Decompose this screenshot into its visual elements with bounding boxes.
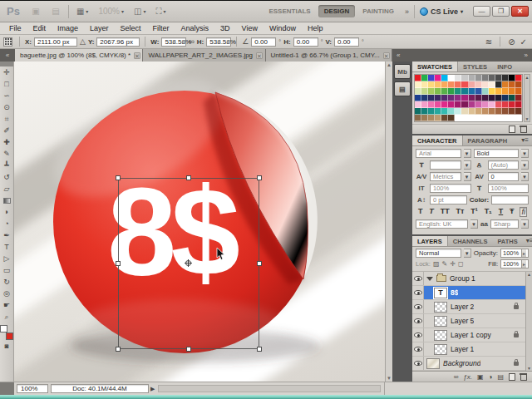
swatch[interactable] <box>482 101 489 108</box>
chevron-down-icon[interactable]: ▼ <box>470 219 478 229</box>
layer-mask-icon[interactable]: ▣ <box>477 373 484 381</box>
layer-row[interactable]: Layer 1 copy <box>412 328 525 342</box>
swatch[interactable] <box>509 95 515 101</box>
swatch[interactable] <box>461 101 468 108</box>
swatch[interactable] <box>441 108 448 115</box>
transform-handle-bottom-middle[interactable] <box>186 347 191 352</box>
chevron-down-icon[interactable]: ▼ <box>521 149 529 158</box>
tracking-field[interactable]: 0 <box>488 172 520 181</box>
swatch[interactable] <box>421 75 428 81</box>
swatch[interactable] <box>509 81 515 88</box>
swatch[interactable] <box>428 81 435 88</box>
relative-position-icon[interactable]: △ <box>80 37 86 46</box>
toolbox-collapse-icon[interactable]: « <box>0 49 15 62</box>
swatch[interactable] <box>469 88 475 95</box>
canvas[interactable]: 8$ <box>14 62 385 382</box>
blend-mode-select[interactable]: Normal <box>416 249 461 258</box>
width-scale-field[interactable]: 538.58% <box>161 37 186 47</box>
panel-tab[interactable]: INFO <box>492 62 517 71</box>
visibility-cell[interactable] <box>412 272 424 285</box>
3d-roll-tool[interactable]: ◎ <box>1 288 13 299</box>
eye-icon[interactable] <box>414 290 422 295</box>
status-options-arrow-icon[interactable]: ▶ <box>150 386 155 392</box>
swatch[interactable] <box>455 101 461 108</box>
type-style-button[interactable]: fi <box>520 207 527 217</box>
swatch[interactable] <box>482 75 489 81</box>
close-tab-icon[interactable]: ✕ <box>256 52 263 59</box>
foreground-color-swatch[interactable] <box>0 325 7 332</box>
eye-icon[interactable] <box>414 304 422 309</box>
brush-tool[interactable]: ✎ <box>1 148 13 160</box>
swatch[interactable] <box>421 88 428 95</box>
visibility-cell[interactable] <box>412 314 424 328</box>
swatch[interactable] <box>415 88 421 95</box>
layer-style-icon[interactable]: ƒx. <box>463 373 472 381</box>
type-style-button[interactable]: T <box>417 207 424 217</box>
swatch[interactable] <box>489 101 495 108</box>
panel-menu-icon[interactable]: ▾≡ <box>523 236 532 246</box>
panel-tab[interactable]: CHARACTER <box>412 135 463 145</box>
swatch[interactable] <box>441 88 448 95</box>
horizontal-scale-field[interactable]: 100% <box>488 184 530 193</box>
workspace-button[interactable]: DESIGN <box>318 5 356 17</box>
link-layers-icon[interactable]: ∞ <box>454 373 459 381</box>
panel-menu-icon[interactable]: ▾≡ <box>518 135 532 145</box>
tool-presets-panel-icon[interactable]: ▤ <box>394 81 411 96</box>
zoom-tool[interactable]: ⌕ <box>1 311 13 323</box>
swatch[interactable] <box>509 88 515 95</box>
hand-tool[interactable]: ☛ <box>1 299 13 311</box>
swatches-scrollbar[interactable]: ▲▼ <box>524 74 530 122</box>
menu-item[interactable]: Window <box>264 23 302 33</box>
swatch[interactable] <box>441 95 448 101</box>
reference-point-locator[interactable] <box>3 37 12 47</box>
swatch[interactable] <box>509 101 515 108</box>
swatch[interactable] <box>441 75 448 81</box>
swatch[interactable] <box>515 88 522 95</box>
chevron-down-icon[interactable]: ▼ <box>521 160 529 170</box>
swatch[interactable] <box>435 75 441 81</box>
swatch[interactable] <box>495 75 502 81</box>
document-tab[interactable]: Untitled-1 @ 66.7% (Group 1, CMY... ✕ <box>266 49 392 62</box>
anti-alias-field[interactable]: Sharp <box>490 219 519 229</box>
swatch[interactable] <box>489 88 495 95</box>
swatch[interactable] <box>428 88 435 95</box>
document-tab[interactable]: baguette.jpg @ 100% (8$, CMYK/8) * ✕ <box>15 49 143 62</box>
layer-row[interactable]: T 8$ <box>412 286 525 300</box>
leading-field[interactable]: (Auto) <box>488 160 520 170</box>
vertical-scale-field[interactable]: 100% <box>430 184 471 193</box>
swatch[interactable] <box>489 108 495 115</box>
history-brush-tool[interactable]: ↺ <box>1 171 13 183</box>
text-color-swatch[interactable] <box>491 195 529 204</box>
swatch[interactable] <box>509 75 515 81</box>
quick-mask-icon[interactable]: ◙ <box>5 342 9 350</box>
skew-v-field[interactable]: 0.00 <box>334 37 359 47</box>
skew-h-field[interactable]: 0.00 <box>293 37 318 47</box>
visibility-cell[interactable] <box>412 357 424 370</box>
swatch[interactable] <box>489 95 495 101</box>
swatch[interactable] <box>515 95 522 101</box>
transform-handle-top-right[interactable] <box>257 175 262 180</box>
quick-selection-tool[interactable]: ⊙ <box>1 101 13 113</box>
layer-row[interactable]: Layer 2 <box>412 300 525 314</box>
adjustment-layer-icon[interactable]: ◑ <box>489 373 493 381</box>
swatch[interactable] <box>509 108 515 115</box>
menu-item[interactable]: Filter <box>147 23 175 33</box>
baseline-shift-field[interactable]: 0 pt <box>430 195 467 204</box>
chevron-down-icon[interactable]: ▼ <box>464 160 471 170</box>
eye-icon[interactable] <box>414 361 422 366</box>
swatch[interactable] <box>441 101 448 108</box>
visibility-cell[interactable] <box>412 300 424 313</box>
transform-handle-bottom-right[interactable] <box>257 347 262 352</box>
layer-row[interactable]: Background <box>412 357 525 371</box>
height-scale-field[interactable]: 538.58% <box>206 37 231 47</box>
swatch[interactable] <box>502 101 509 108</box>
swatch[interactable] <box>455 88 461 95</box>
swatch[interactable] <box>475 95 482 101</box>
swatch[interactable] <box>495 81 502 88</box>
scroll-up-icon[interactable]: ▲ <box>387 62 392 68</box>
panel-tab[interactable]: LAYERS <box>412 236 448 246</box>
chevron-down-icon[interactable]: ▼ <box>464 249 471 258</box>
lock-all-icon[interactable]: ◻ <box>458 260 464 268</box>
swatch[interactable] <box>415 101 421 108</box>
panel-tab[interactable]: PATHS <box>492 236 522 246</box>
